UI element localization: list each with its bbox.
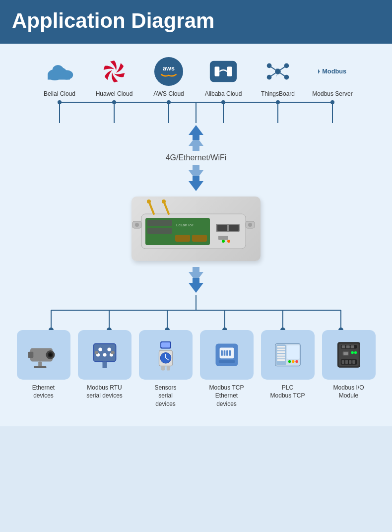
svg-rect-96 [161,366,165,370]
ethernet-label: Ethernetdevices [32,384,55,400]
up-arrows [10,124,382,151]
down-arrows-bottom [10,266,382,293]
svg-rect-47 [229,225,239,231]
svg-point-89 [95,350,98,354]
svg-point-117 [292,360,294,362]
alibaba-icon [207,56,239,87]
svg-point-73 [222,328,227,330]
cloud-row: Beilai Cloud [10,56,382,98]
svg-rect-110 [277,348,285,350]
bottom-connector [22,295,370,330]
device-item-ethernet: Ethernetdevices [15,330,72,408]
svg-line-51 [164,201,169,214]
cloud-item-aws: aws AWS Cloud [141,56,196,98]
svg-rect-102 [221,350,223,356]
sensors-label: Sensorsserialdevices [154,384,176,408]
cloud-item-alibaba: Alibaba Cloud [196,56,251,98]
router-device: LeLan IoT [131,197,261,261]
svg-point-90 [111,350,114,354]
svg-rect-8 [215,66,220,76]
svg-rect-115 [287,345,299,359]
io-module-label: Modbus I/OModule [333,384,364,400]
svg-rect-95 [161,342,170,347]
huawei-icon [98,56,130,87]
svg-point-30 [112,100,116,104]
svg-line-18 [278,71,286,77]
down-arrows-top [10,164,382,192]
page-title: Application Diagram [12,9,380,33]
page-wrapper: Application Diagram [0,0,392,426]
modbus-rtu-icon-box [78,330,131,380]
svg-point-71 [107,328,112,330]
device-section: LeLan IoT [10,197,382,261]
device-item-modbus-tcp: Modbus TCPEthernetdevices [198,330,255,408]
modbus-tcp-label: Modbus TCPEthernetdevices [209,384,244,408]
svg-line-49 [149,201,154,214]
svg-rect-46 [217,225,227,231]
cloud-item-thingsboard: ThingsBoard [251,56,305,98]
svg-marker-61 [189,267,203,282]
svg-point-80 [49,353,51,356]
svg-point-31 [167,100,171,104]
svg-rect-109 [277,346,285,348]
svg-rect-48 [218,236,228,240]
svg-rect-131 [345,360,347,363]
svg-rect-103 [223,350,225,356]
svg-point-86 [103,353,106,356]
svg-marker-36 [189,136,203,151]
svg-rect-122 [341,345,345,348]
thingsboard-icon [262,56,294,87]
svg-point-56 [248,223,252,227]
svg-rect-126 [343,352,348,354]
svg-rect-132 [349,360,351,363]
svg-point-85 [107,347,111,351]
io-module-icon-box [322,330,376,380]
svg-marker-38 [189,165,203,180]
huawei-label: Huawei Cloud [96,90,133,98]
top-connector [32,98,360,123]
svg-point-32 [221,100,225,104]
svg-rect-9 [227,66,232,76]
svg-point-74 [280,328,285,330]
plc-label: PLCModbus TCP [270,384,305,400]
modbus-rtu-label: Modbus RTUserial devices [86,384,123,400]
svg-text:Modbus: Modbus [322,67,346,75]
svg-point-127 [351,351,353,353]
connection-label: 4G/Ethernet/WiFi [10,153,382,162]
svg-rect-124 [350,345,354,348]
modbus-tcp-icon-box [200,330,254,380]
svg-rect-104 [226,350,228,356]
svg-rect-41 [147,220,172,226]
svg-rect-113 [277,356,285,358]
svg-point-72 [165,328,170,330]
svg-rect-114 [277,359,285,361]
svg-rect-111 [277,351,285,353]
svg-point-75 [338,328,343,330]
plc-icon-box [261,330,315,380]
aws-label: AWS Cloud [153,90,184,98]
cloud-item-huawei: Huawei Cloud [87,56,141,98]
svg-rect-105 [229,350,231,356]
beilai-icon [44,56,75,87]
svg-point-116 [288,360,290,362]
svg-point-4 [53,65,64,75]
svg-point-54 [135,223,139,227]
svg-rect-130 [341,360,344,363]
svg-point-52 [162,200,166,203]
svg-point-34 [330,100,334,104]
svg-rect-97 [166,366,170,370]
svg-point-29 [58,100,62,104]
device-item-plc: PLCModbus TCP [259,330,316,408]
header: Application Diagram [0,0,392,44]
svg-rect-77 [28,351,33,358]
svg-rect-112 [277,354,285,356]
ethernet-icon-box [17,330,70,380]
svg-point-118 [295,360,298,362]
svg-rect-82 [34,366,46,368]
svg-point-50 [147,200,151,203]
svg-rect-44 [192,235,207,242]
svg-text:LeLan IoT: LeLan IoT [176,223,194,227]
svg-rect-43 [175,235,190,242]
device-item-io-module: Modbus I/OModule [320,330,377,408]
beilai-label: Beilai Cloud [44,90,75,98]
